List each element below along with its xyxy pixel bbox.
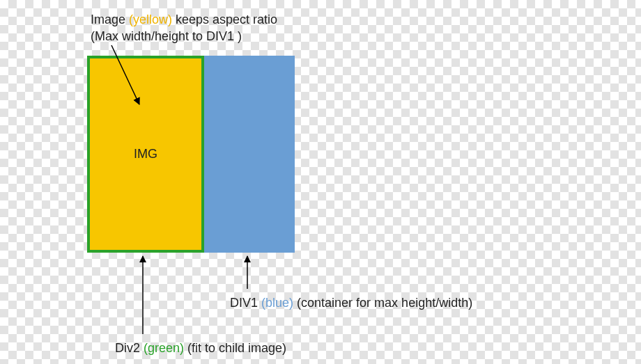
caption-div2-colored: (green)	[144, 341, 184, 355]
caption-div1: DIV1 (blue) (container for max height/wi…	[230, 294, 472, 311]
caption-div2: Div2 (green) (fit to child image)	[115, 340, 286, 356]
caption-image-aspect-line2: (Max width/height to DIV1 )	[91, 29, 242, 43]
div2-green-wrapper: IMG	[87, 56, 204, 253]
caption-image-aspect-suffix: keeps aspect ratio	[172, 13, 277, 26]
caption-image-aspect: Image (yellow) keeps aspect ratio (Max w…	[91, 11, 277, 45]
caption-div1-prefix: DIV1	[230, 296, 261, 310]
caption-div2-suffix: (fit to child image)	[184, 341, 286, 355]
caption-image-aspect-prefix: Image	[91, 13, 129, 26]
caption-image-aspect-colored: (yellow)	[129, 13, 172, 26]
caption-div2-prefix: Div2	[115, 341, 144, 355]
caption-div1-colored: (blue)	[261, 296, 293, 310]
caption-div1-suffix: (container for max height/width)	[293, 296, 472, 310]
img-label: IMG	[90, 58, 201, 250]
